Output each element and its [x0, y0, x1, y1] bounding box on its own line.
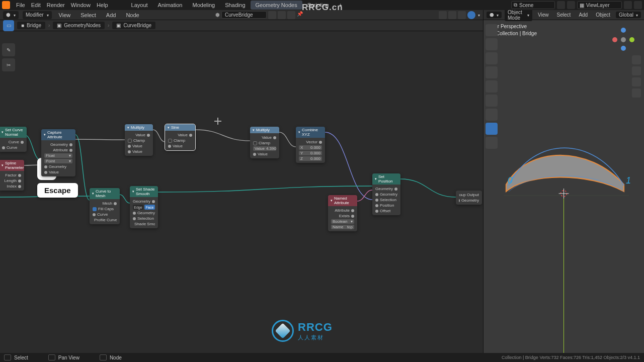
node-editor-canvas[interactable]: Escape Set Curve NormalCurve CurveSpline…	[0, 31, 483, 353]
socket-in[interactable]: Geometry	[375, 192, 397, 197]
new-layer-icon[interactable]	[624, 1, 632, 9]
node-set_shade_smooth[interactable]: Set Shade SmoothGeometry EdgeFace Geomet…	[130, 186, 158, 228]
node-menu-view[interactable]: View	[56, 11, 74, 19]
node-checkbox[interactable]: Fill Caps	[93, 207, 117, 211]
bridge-mesh[interactable]	[506, 155, 624, 192]
shield-icon[interactable]	[268, 11, 276, 19]
node-header[interactable]: Set Shade Smooth	[130, 186, 158, 197]
tool-select-box[interactable]: ▭	[3, 20, 14, 31]
breadcrumb-curvebridge[interactable]: ▣ CurveBridge	[112, 22, 155, 29]
node-checkbox[interactable]: Clamp	[253, 141, 276, 145]
node-header[interactable]: Sine	[165, 124, 195, 131]
vp-tool-cursor[interactable]	[486, 38, 498, 50]
node-menu-node[interactable]: Node	[123, 11, 142, 19]
tab-geometry-nodes[interactable]: Geometry Nodes	[251, 1, 302, 10]
vp-menu-select[interactable]: Select	[554, 11, 574, 19]
node-set_position[interactable]: Set PositionGeometry Geometry Selection …	[372, 173, 400, 215]
scene-selector[interactable]: ⧉	[511, 1, 555, 9]
node-checkbox[interactable]: Clamp	[128, 138, 150, 143]
socket-out[interactable]: Mesh	[93, 201, 117, 206]
socket-out[interactable]: Attribute	[331, 208, 354, 213]
viewlayer-name-input[interactable]	[586, 3, 621, 8]
vp-menu-view[interactable]: View	[535, 11, 551, 19]
node-header[interactable]: Curve to Mesh	[90, 188, 120, 199]
menu-render[interactable]: Render	[44, 1, 68, 9]
socket-out[interactable]: Curve	[2, 140, 24, 144]
socket-out[interactable]: Value	[168, 133, 192, 137]
node-group_output[interactable]: Group Output Geometry	[456, 191, 482, 205]
tool-links-cut-icon[interactable]: ✂	[2, 58, 15, 71]
sphere-shading-icon[interactable]	[467, 11, 475, 19]
socket-in[interactable]: Geometry	[459, 198, 479, 203]
socket-out[interactable]: Geometry	[44, 142, 72, 147]
node-header[interactable]: Multiply	[125, 124, 153, 131]
node-math_sine[interactable]: SineValue Clamp Value	[165, 124, 195, 150]
scene-name-input[interactable]	[519, 3, 554, 8]
editor-type-viewport-icon[interactable]: ⬣	[487, 12, 502, 18]
node-header[interactable]: Named Attribute	[328, 195, 357, 206]
viewlayer-selector[interactable]: ▦	[577, 1, 622, 9]
node-slider[interactable]: Z0.000	[299, 156, 322, 161]
node-option[interactable]: Point▾	[44, 159, 72, 163]
mode-dropdown[interactable]: Object Mode	[505, 10, 532, 21]
node-capture_attribute[interactable]: Capture AttributeGeometry Attribute Floa…	[41, 129, 75, 176]
vp-tool-rotate[interactable]	[486, 66, 498, 78]
socket-in[interactable]: Value	[253, 152, 276, 156]
shading-dropdown-icon[interactable]	[477, 12, 480, 18]
vp-tool-select[interactable]	[486, 24, 498, 36]
node-curve_to_mesh[interactable]: Curve to MeshMesh Fill Caps Curve Profil…	[90, 188, 120, 224]
node-math_multiply2[interactable]: MultiplyValue ClampValue4.390 Value	[250, 127, 279, 158]
modifier-dropdown[interactable]: Modifier	[23, 11, 52, 19]
node-option[interactable]: Float▾	[44, 153, 72, 158]
menu-file[interactable]: File	[13, 1, 28, 9]
node-slider[interactable]: Y0.000	[299, 151, 322, 155]
vp-tool-transform[interactable]	[486, 95, 498, 107]
node-checkbox[interactable]: Clamp	[168, 138, 192, 143]
socket-out[interactable]: Vector	[299, 140, 322, 144]
vp-tool-measure[interactable]	[486, 123, 498, 135]
new-scene-icon[interactable]	[557, 1, 565, 9]
tab-animation[interactable]: Animation	[153, 1, 188, 10]
node-slider[interactable]: X0.000	[299, 145, 322, 150]
snap-icon[interactable]	[448, 11, 456, 19]
node-option[interactable]: Boolean▾	[331, 219, 354, 224]
breadcrumb-bridge[interactable]: ■ Bridge	[17, 22, 45, 29]
vp-tool-add-cube[interactable]	[486, 137, 498, 149]
socket-in[interactable]: Value	[128, 149, 150, 154]
node-header[interactable]: Set Curve Normal	[0, 127, 27, 138]
node-set_curve_normal[interactable]: Set Curve NormalCurve Curve	[0, 127, 27, 152]
node-named_attribute[interactable]: Named AttributeAttribute Exists Boolean▾…	[328, 195, 357, 231]
tab-layout[interactable]: Layout	[126, 1, 153, 10]
socket-out[interactable]: Exists	[331, 214, 354, 218]
node-header[interactable]: Combine XYZ	[296, 127, 325, 138]
socket-out[interactable]: Value	[128, 133, 150, 137]
viewport-canvas[interactable]: 0 1	[484, 20, 644, 353]
socket-out[interactable]: Geometry	[133, 199, 155, 204]
socket-out[interactable]: Index	[2, 184, 21, 189]
node-header[interactable]: Multiply	[250, 127, 279, 133]
socket-in[interactable]: Value	[44, 170, 72, 174]
socket-in[interactable]: Value	[128, 144, 150, 148]
node-header[interactable]: Set Position	[372, 173, 400, 185]
vp-tool-scale[interactable]	[486, 80, 498, 93]
socket-in[interactable]: Curve	[93, 212, 117, 217]
socket-out[interactable]: Value	[253, 135, 276, 140]
socket-in[interactable]: Selection	[133, 216, 155, 221]
node-math_multiply1[interactable]: MultiplyValue Clamp Value Value	[125, 124, 153, 156]
editor-type-dropdown[interactable]: ⬢	[3, 11, 19, 19]
socket-in[interactable]: Curve	[2, 145, 24, 150]
socket-out[interactable]: Factor	[2, 173, 21, 177]
socket-in[interactable]: Position	[375, 203, 397, 208]
breadcrumb-geometrynodes[interactable]: ▣ GeometryNodes	[53, 22, 105, 29]
socket-out[interactable]: Length	[2, 178, 21, 183]
tool-annotate-icon[interactable]: ✎	[2, 43, 15, 56]
vp-menu-add[interactable]: Add	[576, 11, 590, 19]
node-header[interactable]: Capture Attribute	[41, 129, 75, 140]
socket-out[interactable]: Geometry	[375, 187, 397, 191]
node-menu-add[interactable]: Add	[103, 11, 119, 19]
vp-tool-move[interactable]	[486, 52, 498, 64]
socket-in[interactable]: Profile Curve	[93, 218, 117, 222]
copies-icon[interactable]	[278, 11, 286, 19]
tab-modeling[interactable]: Modeling	[187, 1, 220, 10]
node-group-name-field[interactable]: CurveBridge	[221, 11, 267, 19]
